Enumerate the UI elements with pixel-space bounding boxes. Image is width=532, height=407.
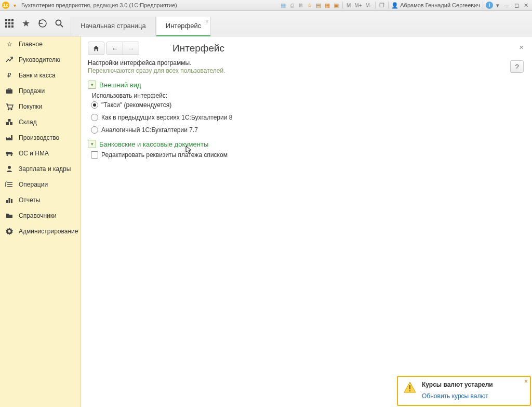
section-title-bankdocs[interactable]: Банковские и кассовые документы (99, 140, 208, 148)
svg-rect-0 (5, 19, 7, 21)
sidebar-item-assets[interactable]: ОС и НМА (0, 146, 80, 161)
grid-icon[interactable]: ▦ (280, 2, 287, 9)
mem-mm[interactable]: M- (365, 3, 373, 8)
favorite-star-icon[interactable]: ★ (20, 17, 32, 30)
svg-point-15 (11, 109, 12, 110)
svg-rect-8 (11, 25, 14, 28)
forward-button[interactable]: → (123, 42, 139, 55)
notification-popup: × Курсы валют устарели Обновить курсы ва… (397, 376, 531, 406)
radio-prev8[interactable] (91, 114, 98, 121)
tab-home[interactable]: Начальная страница (71, 17, 156, 36)
factory-icon (5, 134, 14, 142)
sidebar-item-directories[interactable]: Справочники (0, 208, 80, 224)
notification-close-button[interactable]: × (524, 378, 528, 385)
sidebar-item-sales[interactable]: Продажи (0, 83, 80, 99)
user-icon: 👤 (391, 2, 398, 9)
dropdown2-icon[interactable]: ▾ (495, 2, 501, 9)
maximize-button[interactable]: ◻ (513, 2, 521, 9)
close-page-button[interactable]: × (519, 43, 524, 51)
sidebar-item-manager[interactable]: Руководителю (0, 52, 80, 68)
gear-icon (5, 227, 14, 235)
sidebar-item-salary[interactable]: Зарплата и кадры (0, 161, 80, 177)
svg-rect-33 (409, 390, 410, 391)
section-toggle-icon[interactable]: ▾ (88, 81, 96, 89)
radio-77-label[interactable]: Аналогичный 1С:Бухгалтерии 7.7 (101, 126, 198, 134)
sidebar-item-purchases[interactable]: Покупки (0, 99, 80, 114)
app-icon: 1c (2, 2, 9, 9)
top-toolbar: ★ Начальная страница Интерфейс × (0, 11, 532, 36)
chart-up-icon (5, 56, 14, 64)
sidebar-item-admin[interactable]: Администрирование (0, 224, 80, 239)
tab-close-icon[interactable]: × (205, 19, 208, 24)
svg-point-22 (8, 166, 11, 169)
back-button[interactable]: ← (107, 42, 123, 55)
sidebar-item-label: Руководителю (19, 56, 60, 63)
use-interface-label: Использовать интерфейс: (92, 92, 525, 99)
sidebar-item-label: Отчеты (19, 196, 40, 204)
radio-taxi-label[interactable]: "Такси" (рекомендуется) (101, 101, 171, 109)
tab-interface[interactable]: Интерфейс × (156, 17, 211, 36)
svg-rect-18 (8, 119, 11, 122)
svg-rect-5 (11, 22, 14, 24)
cal-icon[interactable]: ▦ (324, 2, 331, 9)
sidebar-item-production[interactable]: Производство (0, 130, 80, 146)
home-button[interactable] (88, 42, 104, 55)
window-icon[interactable]: ❐ (378, 2, 385, 9)
svg-point-20 (7, 154, 8, 156)
svg-rect-28 (6, 200, 8, 203)
search-icon[interactable] (53, 17, 65, 30)
doc-icon[interactable]: 🗎 (297, 2, 304, 9)
radio-77[interactable] (91, 126, 98, 134)
cal2-icon[interactable]: ▣ (332, 2, 340, 9)
svg-point-10 (56, 20, 61, 25)
sidebar-item-main[interactable]: ☆ Главное (0, 36, 80, 52)
history-icon[interactable] (36, 17, 49, 30)
notification-title: Курсы валют устарели (422, 381, 493, 388)
apps-grid-icon[interactable] (3, 17, 16, 30)
sidebar-item-label: Справочники (19, 212, 57, 219)
truck-icon (5, 149, 14, 157)
table-icon[interactable]: ▤ (315, 2, 322, 9)
radio-prev8-label[interactable]: Как в предыдущих версиях 1С:Бухгалтерии … (101, 114, 232, 121)
cart-icon (5, 102, 14, 111)
sidebar-item-bank[interactable]: ₽ Банк и касса (0, 68, 80, 83)
svg-rect-30 (11, 199, 12, 203)
person-icon (5, 165, 14, 173)
sidebar-item-reports[interactable]: Отчеты (0, 192, 80, 208)
svg-rect-32 (409, 385, 410, 389)
info-icon[interactable]: i (486, 2, 493, 9)
sidebar-item-label: Продажи (19, 87, 45, 95)
svg-rect-19 (6, 152, 10, 154)
sidebar-item-label: Зарплата и кадры (19, 165, 71, 173)
close-window-button[interactable]: ✕ (522, 2, 530, 9)
mem-m[interactable]: M (345, 3, 352, 8)
sidebar-item-label: Операции (19, 181, 48, 188)
svg-rect-7 (8, 25, 10, 28)
dropdown-icon[interactable]: ▾ (11, 2, 18, 9)
page-desc-2: Переключаются сразу для всех пользовател… (88, 67, 525, 74)
section-title-appearance[interactable]: Внешний вид (99, 81, 141, 89)
checkbox-edit-list[interactable] (91, 151, 98, 159)
svg-rect-17 (10, 122, 12, 125)
help-button[interactable]: ? (510, 60, 524, 73)
print-icon[interactable]: ⎙ (288, 2, 296, 9)
sidebar-item-warehouse[interactable]: Склад (0, 114, 80, 130)
user-name[interactable]: Абрамов Геннадий Сергеевич (400, 2, 480, 8)
minimize-button[interactable]: — (502, 2, 511, 8)
window-title: Бухгалтерия предприятия, редакция 3.0 (1… (21, 2, 177, 8)
sidebar: ☆ Главное Руководителю ₽ Банк и касса Пр… (0, 36, 81, 407)
checkbox-edit-list-label[interactable]: Редактировать реквизиты платежа списком (101, 151, 228, 159)
mem-mp[interactable]: M+ (353, 3, 363, 8)
svg-rect-29 (9, 198, 10, 203)
ruble-icon: ₽ (5, 71, 14, 80)
section-toggle-icon[interactable]: ▾ (88, 140, 96, 148)
sidebar-item-operations[interactable]: Операции (0, 177, 80, 192)
warning-icon (403, 381, 417, 395)
bar-chart-icon (5, 196, 14, 204)
notification-link[interactable]: Обновить курсы валют (422, 392, 493, 400)
content-area: ← → Интерфейс × ? Настройки интерфейса п… (81, 36, 532, 407)
svg-rect-1 (8, 19, 10, 21)
radio-taxi[interactable] (91, 101, 98, 109)
star-icon[interactable]: ☆ (306, 2, 313, 9)
briefcase-icon (5, 87, 14, 95)
